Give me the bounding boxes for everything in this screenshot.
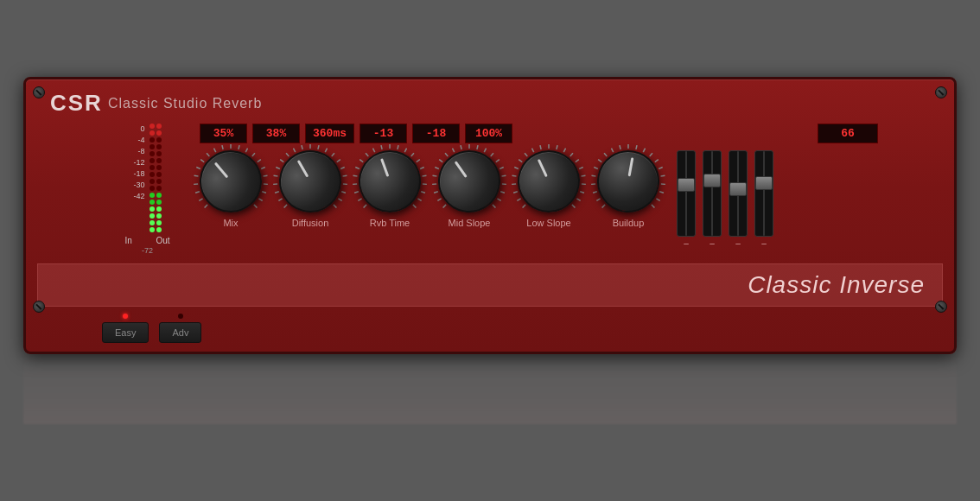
svg-line-105 <box>602 205 606 208</box>
svg-line-85 <box>517 199 520 201</box>
main-content: 0 -4 -8 -12 -18 -30 -42 <box>41 124 939 255</box>
controls-section: 35% 38% 360ms -13 -18 100% 66 <box>200 124 878 255</box>
easy-button[interactable]: Easy <box>102 322 149 343</box>
vu-dot <box>156 200 162 205</box>
screw-tr <box>935 86 947 98</box>
svg-line-92 <box>531 149 533 152</box>
low-slope-knob[interactable] <box>518 150 580 212</box>
svg-line-25 <box>274 175 278 176</box>
fader-3-handle[interactable] <box>729 182 747 196</box>
mid-slope-display[interactable]: -13 <box>360 124 407 143</box>
svg-line-55 <box>411 153 414 156</box>
svg-line-37 <box>343 175 347 176</box>
fader-3[interactable] <box>729 150 748 237</box>
svg-line-114 <box>620 145 620 149</box>
fader-1[interactable] <box>677 150 696 237</box>
svg-line-74 <box>477 145 478 149</box>
svg-line-35 <box>337 160 340 162</box>
svg-line-109 <box>592 175 596 176</box>
vu-dot <box>150 179 155 184</box>
mix-knob[interactable] <box>200 150 262 212</box>
low-slope-knob-body[interactable] <box>507 140 590 223</box>
svg-line-67 <box>433 175 437 176</box>
svg-line-76 <box>491 153 493 156</box>
svg-line-84 <box>523 205 526 208</box>
vu-dot <box>156 158 162 163</box>
vu-dot <box>150 158 155 163</box>
fader-display[interactable]: 66 <box>818 124 878 143</box>
svg-line-50 <box>372 149 374 152</box>
svg-line-112 <box>604 153 607 156</box>
mix-display[interactable]: 35% <box>200 124 247 143</box>
vu-dot <box>156 220 162 225</box>
fader-4-handle[interactable] <box>755 176 773 190</box>
buildup-knob-body[interactable] <box>592 145 664 217</box>
svg-line-42 <box>364 205 367 208</box>
svg-line-77 <box>496 160 500 162</box>
svg-line-107 <box>593 192 597 193</box>
svg-line-102 <box>580 192 584 193</box>
svg-line-64 <box>437 199 441 201</box>
rvb-time-display[interactable]: 360ms <box>305 124 354 143</box>
svg-line-88 <box>512 175 517 176</box>
svg-line-120 <box>659 168 663 169</box>
low-slope-display[interactable]: -18 <box>412 124 460 143</box>
fader-group-1: – <box>677 150 696 248</box>
vu-dot <box>150 193 155 198</box>
svg-line-28 <box>286 153 289 156</box>
fader-2[interactable] <box>703 150 722 237</box>
svg-line-69 <box>439 160 442 162</box>
easy-led <box>123 314 128 319</box>
svg-line-121 <box>661 175 665 176</box>
svg-line-78 <box>500 168 504 169</box>
value-displays: 35% 38% 360ms -13 -18 100% 66 <box>200 124 878 143</box>
diffusion-knob-label: Diffusion <box>292 218 329 228</box>
svg-line-51 <box>381 145 382 149</box>
vu-out-label: Out <box>156 236 169 245</box>
mid-slope-knob[interactable] <box>438 150 500 212</box>
buildup-knob[interactable] <box>597 150 659 212</box>
svg-line-49 <box>366 153 368 156</box>
vu-dot <box>150 186 155 191</box>
svg-line-95 <box>557 145 557 149</box>
vu-bottom-label: -72 <box>142 246 153 255</box>
svg-line-29 <box>293 149 295 152</box>
vu-dot <box>156 179 162 184</box>
svg-line-36 <box>340 168 345 169</box>
mid-slope-knob-label: Mid Slope <box>449 218 491 228</box>
diffusion-display[interactable]: 38% <box>252 124 300 143</box>
brand-abbr: CSR <box>50 90 103 117</box>
brand-full: Classic Studio Reverb <box>108 96 262 111</box>
vu-dot <box>150 144 155 149</box>
rvb-time-knob[interactable] <box>359 150 421 212</box>
knob-group-low-slope: Low Slope <box>518 150 580 228</box>
fader-4[interactable] <box>754 150 773 237</box>
vu-dot <box>150 206 155 212</box>
diffusion-knob-body[interactable] <box>268 139 353 224</box>
mid-slope-knob-body[interactable] <box>426 138 512 225</box>
fader-1-handle[interactable] <box>678 178 695 192</box>
preset-bar[interactable]: Classic Inverse <box>37 263 943 307</box>
rvb-time-knob-body[interactable] <box>350 142 430 221</box>
adv-button[interactable]: Adv <box>159 322 201 343</box>
adv-led <box>178 314 183 319</box>
buildup-display[interactable]: 100% <box>465 124 512 143</box>
svg-line-32 <box>318 145 319 149</box>
fader-2-handle[interactable] <box>703 174 721 187</box>
svg-line-103 <box>576 199 580 201</box>
svg-line-79 <box>502 175 506 176</box>
vu-section: 0 -4 -8 -12 -18 -30 -42 <box>102 124 193 255</box>
svg-line-116 <box>636 145 637 149</box>
vu-dot <box>156 227 162 232</box>
svg-line-118 <box>650 153 652 156</box>
svg-line-65 <box>434 192 438 193</box>
fader-3-label: – <box>735 238 741 248</box>
buildup-knob-label: Buildup <box>613 218 645 228</box>
reflection <box>23 355 957 424</box>
svg-line-63 <box>443 205 447 208</box>
vu-dot <box>156 130 162 136</box>
vu-in-strip <box>150 124 155 232</box>
svg-line-97 <box>570 153 573 156</box>
vu-out-strip <box>156 124 162 232</box>
diffusion-knob[interactable] <box>279 150 341 212</box>
